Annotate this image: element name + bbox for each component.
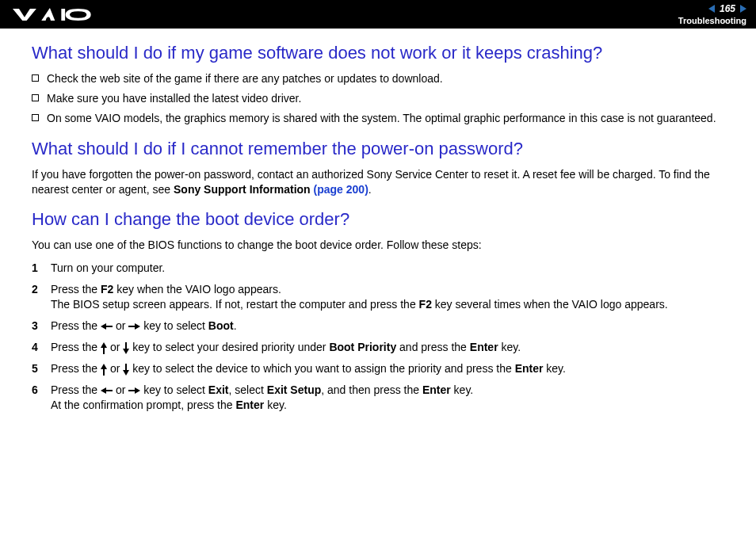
key-enter: Enter <box>470 341 498 353</box>
step-item: 2 Press the F2 key when the VAIO logo ap… <box>32 282 731 312</box>
bullet-icon <box>32 114 39 121</box>
para-text: . <box>368 183 372 196</box>
step-number: 2 <box>32 282 41 297</box>
list-item: On some VAIO models, the graphics memory… <box>32 111 731 126</box>
step-text: Press the or key to select your desired … <box>51 340 731 355</box>
step-item: 1Turn on your computer. <box>32 261 731 276</box>
faq-heading-boot-order: How can I change the boot device order? <box>32 209 731 230</box>
step-text: Press the or key to select Exit, select … <box>51 383 731 413</box>
header-meta: 165 Troubleshooting <box>678 3 746 25</box>
faq-heading-game-crash: What should I do if my game software doe… <box>32 43 731 63</box>
step-item: 5 Press the or key to select the device … <box>32 361 731 376</box>
support-link-label: Sony Support Information <box>174 183 314 196</box>
key-exit: Exit <box>208 383 229 396</box>
step-number: 5 <box>32 361 41 376</box>
key-f2: F2 <box>101 283 113 296</box>
key-boot-priority: Boot Priority <box>329 341 396 353</box>
step-text: Turn on your computer. <box>51 261 731 276</box>
step-text: Press the F2 key when the VAIO logo appe… <box>51 282 731 312</box>
section-label: Troubleshooting <box>678 16 746 25</box>
arrow-left-icon <box>101 323 113 330</box>
vaio-logo <box>13 8 97 21</box>
page-content: What should I do if my game software doe… <box>0 29 756 412</box>
boot-steps-list: 1Turn on your computer. 2 Press the F2 k… <box>32 261 731 412</box>
page-number: 165 <box>720 3 735 14</box>
game-crash-list: Check the web site of the game if there … <box>32 71 731 126</box>
list-text: Check the web site of the game if there … <box>47 71 443 86</box>
step-number: 4 <box>32 340 41 355</box>
svg-rect-0 <box>61 9 65 21</box>
step-item: 4 Press the or key to select your desire… <box>32 340 731 355</box>
arrow-left-icon <box>101 387 113 394</box>
arrow-up-icon <box>101 364 107 376</box>
step-number: 3 <box>32 318 41 334</box>
key-f2: F2 <box>419 298 432 311</box>
list-text: On some VAIO models, the graphics memory… <box>47 111 716 126</box>
step-text: Press the or key to select Boot. <box>51 318 731 334</box>
list-item: Make sure you have installed the latest … <box>32 91 731 106</box>
key-enter: Enter <box>515 362 544 375</box>
arrow-right-icon <box>128 323 140 330</box>
password-para: If you have forgotten the power-on passw… <box>32 167 731 197</box>
bullet-icon <box>32 94 39 101</box>
page-nav: 165 <box>708 3 746 14</box>
list-item: Check the web site of the game if there … <box>32 71 731 86</box>
arrow-up-icon <box>101 342 107 354</box>
step-text: Press the or key to select the device to… <box>51 361 731 376</box>
header-bar: 165 Troubleshooting <box>0 0 756 29</box>
arrow-right-icon <box>128 387 140 394</box>
key-boot: Boot <box>208 319 234 332</box>
list-text: Make sure you have installed the latest … <box>47 91 301 106</box>
boot-intro: You can use one of the BIOS functions to… <box>32 238 731 253</box>
nav-next-icon[interactable] <box>740 5 746 13</box>
step-item: 6 Press the or key to select Exit, selec… <box>32 383 731 413</box>
step-item: 3 Press the or key to select Boot. <box>32 318 731 334</box>
faq-heading-password: What should I do if I cannot remember th… <box>32 139 731 159</box>
key-exit-setup: Exit Setup <box>267 383 321 396</box>
key-enter: Enter <box>422 383 451 396</box>
step-number: 1 <box>32 261 41 276</box>
key-enter: Enter <box>235 399 264 411</box>
nav-prev-icon[interactable] <box>708 5 715 13</box>
support-link-page[interactable]: (page 200) <box>314 183 368 196</box>
bullet-icon <box>32 74 39 82</box>
step-number: 6 <box>32 383 41 398</box>
